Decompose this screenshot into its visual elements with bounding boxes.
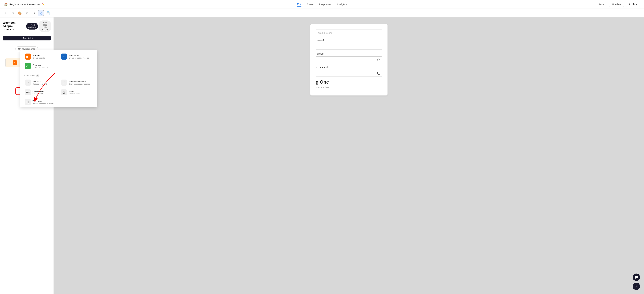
svg-point-2 (40, 13, 40, 14)
tab-edit[interactable]: Edit (297, 2, 302, 6)
chat-button[interactable]: 💬 (632, 274, 640, 281)
home-icon[interactable]: 🏠 (4, 2, 8, 6)
publish-button[interactable]: Publish (626, 2, 640, 7)
partial-grid: ▦ Airtable Create records ☁ Salesforce (23, 52, 94, 61)
settings-toolbar-icon[interactable]: ⚙ (10, 10, 16, 16)
dropdown-divider (20, 72, 97, 72)
email-item[interactable]: @ Email Send an email (59, 88, 94, 97)
page-title: Registration for the webinar (10, 3, 40, 6)
undo-toolbar-icon[interactable]: ↩ (24, 10, 30, 16)
zendesk-item[interactable]: Z Zendesk Tickets and ratings (23, 61, 94, 71)
phone-question-label: ne number? (316, 66, 382, 68)
svg-line-4 (40, 13, 42, 14)
phone-icon: 📞 (376, 72, 380, 75)
email-placeholder: example.com (318, 32, 332, 34)
how-does-this-work-button[interactable]: How does this work? (39, 20, 51, 32)
nav-left: 🏠 Registration for the webinar ✏️ (4, 2, 322, 6)
dropdown-partial-section: ▦ Airtable Create records ☁ Salesforce (20, 50, 97, 71)
toolbar: ＋ ⚙ 🎨 ↩ ↪ 📄 (0, 9, 644, 18)
email-at-icon: @ (377, 58, 380, 61)
salesforce-text: Salesforce Create or update records (68, 54, 92, 59)
salesforce-icon: ☁ (61, 54, 67, 60)
svg-line-3 (40, 12, 42, 13)
form-preview-area: example.com r name? r email? @ ne number… (54, 18, 644, 294)
svg-rect-9 (25, 63, 31, 69)
svg-text:☁: ☁ (62, 55, 65, 58)
webhook-text: Webhook Send a webhook to a URL (32, 100, 56, 104)
create-pdf-text: Create PDF Create a PDF (32, 90, 56, 95)
svg-point-0 (42, 12, 42, 12)
salesforce-item[interactable]: ☁ Salesforce Create or update records (59, 52, 94, 61)
create-pdf-icon: PDF (25, 89, 31, 95)
svg-text:▦: ▦ (26, 56, 28, 58)
success-message-item[interactable]: ✓ Success message Show a success message (59, 78, 94, 87)
name-input-preview[interactable] (316, 43, 382, 50)
panel-title: Webhook - s4.apix-drive.com (3, 21, 26, 31)
theme-toolbar-icon[interactable]: 🎨 (17, 10, 23, 16)
tab-analytics[interactable]: Analytics (337, 2, 347, 6)
share-toolbar-icon[interactable] (38, 10, 44, 16)
zendesk-icon: Z (25, 63, 31, 69)
tab-responses[interactable]: Responses (319, 2, 332, 6)
create-pdf-item[interactable]: PDF Create PDF Create a PDF (23, 88, 58, 97)
email-icon: @ (61, 89, 67, 95)
webhook-icon: { } (25, 99, 31, 105)
success-message-icon: ✓ (61, 80, 67, 86)
back-to-list-button[interactable]: ← Back to list (3, 36, 51, 40)
chat-icons: 💬 ? (632, 274, 640, 290)
main-area: Webhook - s4.apix-drive.com + Add workfl… (0, 18, 644, 294)
webhook-item[interactable]: { } Webhook Send a webhook to a URL (23, 97, 58, 107)
section-title: g One (316, 79, 382, 85)
redirect-item[interactable]: ↗ Redirect Redirect to a URL (23, 78, 58, 87)
email-text: Email Send an email (68, 90, 92, 95)
name-question-label: r name? (316, 39, 382, 42)
preview-button[interactable]: Preview (609, 2, 624, 7)
redo-toolbar-icon[interactable]: ↪ (31, 10, 37, 16)
code-toolbar-icon[interactable]: 📄 (45, 10, 51, 16)
form-card: example.com r name? r email? @ ne number… (310, 24, 388, 96)
email-question-label: r email? (316, 52, 382, 55)
panel-header: Webhook - s4.apix-drive.com + Add workfl… (0, 18, 54, 34)
date-hint: hoose a date (316, 86, 382, 89)
redirect-text: Redirect Redirect to a URL (32, 80, 56, 85)
redirect-icon: ↗ (25, 80, 31, 86)
email-input-preview[interactable]: example.com (316, 30, 382, 36)
email-input-field-preview[interactable]: @ (316, 56, 382, 63)
other-actions-section: Other actions 5 ↗ Redirect Redirect to a… (20, 73, 97, 108)
other-actions-grid: ↗ Redirect Redirect to a URL ✓ Su (23, 78, 94, 107)
airtable-item[interactable]: ▦ Airtable Create records (23, 52, 58, 61)
success-message-text: Success message Show a success message (68, 80, 92, 85)
add-toolbar-icon[interactable]: ＋ (3, 10, 9, 16)
svg-point-1 (42, 14, 42, 14)
tab-share[interactable]: Share (307, 2, 314, 6)
other-actions-title: Other actions 5 (23, 74, 94, 77)
nav-right: Saved Preview Publish (322, 2, 640, 7)
airtable-icon: ▦ (25, 54, 31, 60)
saved-button[interactable]: Saved (596, 2, 607, 7)
add-workflow-button[interactable]: + Add workflow (26, 23, 38, 30)
edit-page-icon[interactable]: ✏️ (42, 3, 44, 6)
dropdown-scroll-area[interactable]: ▦ Airtable Create records ☁ Salesforce (20, 50, 97, 108)
nav-center: Edit Share Responses Analytics (297, 2, 347, 6)
zendesk-text: Zendesk Tickets and ratings (32, 64, 92, 68)
svg-text:Z: Z (26, 64, 28, 68)
phone-input-preview[interactable]: 📞 (316, 70, 382, 77)
top-nav: 🏠 Registration for the webinar ✏️ Edit S… (0, 0, 644, 9)
help-button[interactable]: ? (632, 282, 640, 290)
panel-header-buttons: + Add workflow How does this work? (26, 20, 51, 32)
action-dropdown: ▦ Airtable Create records ☁ Salesforce (20, 50, 97, 108)
airtable-text: Airtable Create records (32, 54, 56, 59)
